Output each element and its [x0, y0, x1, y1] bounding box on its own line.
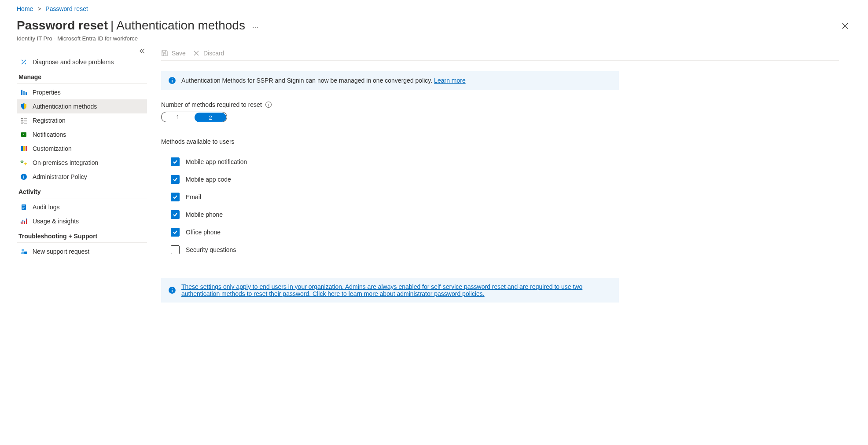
svg-point-10: [22, 220, 24, 221]
methods-available-label: Methods available to users: [161, 138, 839, 145]
admin-policy-link[interactable]: These settings only apply to end users i…: [181, 283, 612, 297]
sidebar: Diagnose and solve problems Manage Prope…: [17, 46, 149, 314]
method-label: Mobile phone: [186, 211, 223, 218]
svg-point-9: [21, 222, 22, 223]
shield-icon: [20, 103, 27, 110]
sidebar-item-audit-logs[interactable]: Audit logs: [17, 200, 147, 214]
sidebar-item-properties[interactable]: Properties: [17, 85, 147, 99]
collapse-sidebar-button[interactable]: [139, 48, 145, 55]
sidebar-item-label: Administrator Policy: [33, 173, 87, 180]
sidebar-item-label: Properties: [33, 89, 61, 96]
methods-list: Mobile app notificationMobile app codeEm…: [161, 153, 839, 259]
discard-label: Discard: [203, 50, 224, 57]
methods-required-label: Number of methods required to reset i: [161, 101, 839, 108]
method-label: Email: [186, 193, 201, 201]
page-title: Password reset|Authentication methods: [17, 18, 245, 33]
svg-rect-14: [24, 252, 27, 254]
method-checkbox[interactable]: [171, 228, 180, 237]
sidebar-item-registration[interactable]: Registration: [17, 113, 147, 128]
info-icon: [168, 77, 176, 84]
sidebar-section-activity: Activity: [17, 184, 147, 198]
sidebar-item-label: Usage & insights: [33, 218, 79, 225]
close-icon: [842, 22, 849, 29]
svg-rect-0: [21, 90, 22, 95]
breadcrumb-home[interactable]: Home: [17, 5, 33, 12]
page-subtitle: Identity IT Pro - Microsoft Entra ID for…: [17, 35, 851, 42]
more-button[interactable]: ⋯: [250, 21, 262, 33]
sidebar-section-support: Troubleshooting + Support: [17, 228, 147, 243]
svg-rect-5: [23, 146, 25, 151]
learn-more-link[interactable]: Learn more: [434, 77, 466, 84]
method-checkbox[interactable]: [171, 193, 180, 201]
svg-rect-1: [23, 91, 25, 95]
method-checkbox[interactable]: [171, 157, 180, 166]
breadcrumb-current[interactable]: Password reset: [45, 5, 88, 12]
breadcrumb: Home > Password reset: [17, 5, 851, 12]
method-row: Security questions: [161, 241, 839, 259]
chevron-double-left-icon: [139, 48, 145, 54]
method-row: Mobile phone: [161, 206, 839, 223]
toggle-option-2[interactable]: 2: [195, 113, 226, 122]
methods-required-toggle[interactable]: 1 2: [161, 112, 227, 122]
customization-icon: [20, 145, 27, 152]
sidebar-item-notifications[interactable]: Notifications: [17, 128, 147, 142]
page-title-light: Authentication methods: [116, 18, 245, 32]
sidebar-item-customization[interactable]: Customization: [17, 142, 147, 156]
checklist-icon: [20, 117, 27, 124]
sidebar-item-label: Customization: [33, 145, 72, 152]
save-icon: [161, 50, 168, 57]
sidebar-item-new-support[interactable]: New support request: [17, 244, 147, 259]
sidebar-item-authentication-methods[interactable]: Authentication methods: [17, 99, 147, 113]
svg-rect-6: [26, 146, 27, 151]
chevron-right-icon: >: [37, 5, 41, 12]
method-row: Mobile app notification: [161, 153, 839, 171]
save-button[interactable]: Save: [161, 50, 186, 57]
method-row: Mobile app code: [161, 171, 839, 188]
info-banner-text: Authentication Methods for SSPR and Sign…: [181, 77, 466, 84]
main-content: Save Discard Authentication Methods for …: [149, 46, 851, 314]
info-banner-bottom: These settings only apply to end users i…: [161, 278, 619, 303]
info-icon: [168, 286, 176, 294]
svg-point-12: [26, 219, 27, 220]
sidebar-item-label: Diagnose and solve problems: [33, 58, 114, 66]
notification-icon: [20, 131, 27, 138]
sidebar-item-diagnose[interactable]: Diagnose and solve problems: [17, 55, 147, 69]
info-icon: [20, 173, 27, 180]
method-checkbox[interactable]: [171, 245, 180, 254]
method-checkbox[interactable]: [171, 175, 180, 184]
method-label: Mobile app code: [186, 176, 231, 183]
page-title-strong: Password reset: [17, 18, 108, 32]
properties-icon: [20, 89, 27, 96]
sidebar-item-label: New support request: [33, 248, 89, 255]
discard-icon: [193, 50, 200, 57]
sidebar-item-label: Notifications: [33, 131, 66, 138]
method-checkbox[interactable]: [171, 210, 180, 219]
sidebar-item-label: Audit logs: [33, 204, 59, 211]
svg-rect-2: [26, 92, 27, 95]
sidebar-item-usage-insights[interactable]: Usage & insights: [17, 214, 147, 228]
sidebar-item-label: Registration: [33, 117, 66, 124]
support-icon: [20, 248, 27, 255]
method-row: Email: [161, 188, 839, 206]
method-label: Security questions: [186, 246, 236, 253]
method-label: Office phone: [186, 229, 221, 236]
close-button[interactable]: [839, 20, 851, 32]
discard-button[interactable]: Discard: [193, 50, 224, 57]
toolbar: Save Discard: [161, 46, 839, 61]
insights-icon: [20, 218, 27, 225]
svg-point-13: [22, 249, 24, 252]
toggle-option-1[interactable]: 1: [162, 112, 194, 122]
save-label: Save: [172, 50, 186, 57]
info-tooltip-icon[interactable]: i: [265, 102, 272, 108]
sidebar-item-label: On-premises integration: [33, 159, 98, 166]
method-row: Office phone: [161, 223, 839, 241]
svg-rect-4: [21, 146, 23, 151]
sidebar-item-admin-policy[interactable]: Administrator Policy: [17, 170, 147, 184]
info-banner-top: Authentication Methods for SSPR and Sign…: [161, 71, 619, 90]
sidebar-item-label: Authentication methods: [33, 103, 97, 110]
svg-point-11: [24, 221, 26, 222]
wrench-icon: [20, 58, 27, 66]
sidebar-item-on-premises[interactable]: On-premises integration: [17, 156, 147, 170]
sync-icon: [20, 159, 27, 166]
method-label: Mobile app notification: [186, 158, 247, 165]
